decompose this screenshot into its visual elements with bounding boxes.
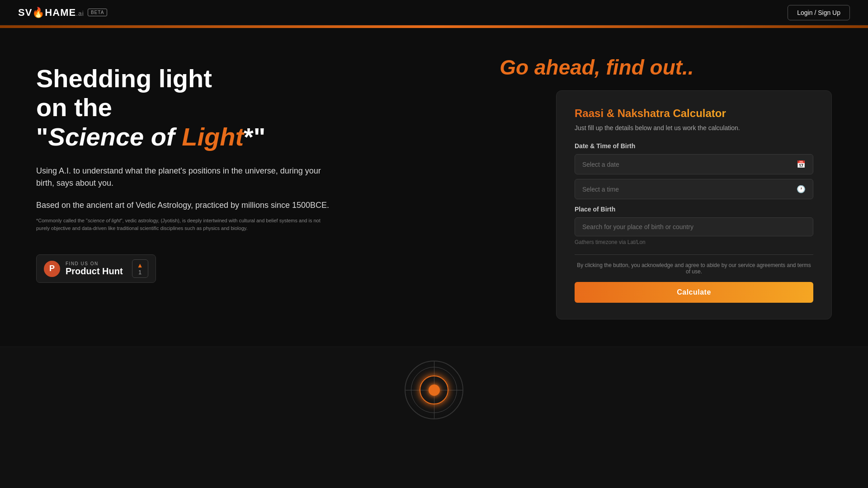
ph-name-label: Product Hunt	[66, 266, 123, 277]
header: SV🔥HAME.ai BETA Login / Sign Up	[0, 0, 868, 25]
calc-subtitle: Just fill up the details below and let u…	[575, 124, 813, 131]
description-2: Based on the ancient art of Vedic Astrol…	[36, 199, 335, 211]
place-input[interactable]	[582, 223, 806, 230]
clock-icon: 🕐	[797, 185, 806, 193]
logo-text: SV🔥HAME.ai	[18, 7, 84, 19]
right-section: Go ahead, find out.. Raasi & Nakshatra C…	[362, 28, 868, 347]
date-input[interactable]	[582, 161, 797, 168]
description-1: Using A.I. to understand what the planet…	[36, 165, 330, 189]
logo-ai: .ai	[76, 10, 84, 17]
product-hunt-icon: P	[44, 261, 60, 277]
disclaimer: *Commonly called the "science of light",…	[36, 217, 335, 232]
logo-flame: 🔥	[32, 7, 45, 18]
device-center	[429, 385, 440, 396]
ph-arrow-icon: ▲	[137, 262, 143, 269]
left-section: Shedding light on the "Science of Light*…	[0, 28, 362, 347]
ph-count: 1	[138, 269, 142, 276]
ph-text: FIND US ON Product Hunt	[66, 261, 123, 277]
ph-upvote[interactable]: ▲ 1	[132, 259, 148, 278]
circular-device	[405, 361, 463, 419]
tagline-line2: on the	[36, 93, 112, 122]
divider	[575, 254, 813, 255]
logo-sv: SV	[18, 7, 32, 18]
logo: SV🔥HAME.ai BETA	[18, 7, 107, 19]
calculator-card: Raasi & Nakshatra Calculator Just fill u…	[556, 90, 832, 319]
calculate-button[interactable]: Calculate	[575, 282, 813, 303]
place-label: Place of Birth	[575, 206, 813, 213]
tagline-heading: Shedding light on the "Science of Light*…	[36, 64, 335, 151]
date-input-wrapper[interactable]: 📅	[575, 154, 813, 174]
time-input[interactable]	[582, 186, 797, 193]
time-input-wrapper[interactable]: 🕐	[575, 179, 813, 199]
date-label: Date & Time of Birth	[575, 142, 813, 150]
login-button[interactable]: Login / Sign Up	[788, 5, 850, 20]
tagline-quote-open: "	[36, 122, 48, 151]
logo-hame: HAME	[45, 7, 76, 18]
tagline-science: Science of	[48, 122, 182, 151]
main-content: Shedding light on the "Science of Light*…	[0, 28, 868, 347]
right-heading: Go ahead, find out..	[500, 55, 693, 80]
calc-title: Raasi & Nakshatra Calculator	[575, 107, 726, 120]
beta-badge: BETA	[88, 9, 107, 16]
product-hunt-badge[interactable]: P FIND US ON Product Hunt ▲ 1	[36, 254, 156, 283]
agreement-text: By clicking the button, you acknowledge …	[575, 262, 813, 275]
timezone-note: Gathers timezone via Lat/Lon	[575, 239, 813, 245]
tagline-line1: Shedding light	[36, 64, 212, 93]
tagline-quote-close: *"	[244, 122, 265, 151]
calendar-icon: 📅	[797, 160, 806, 169]
tagline-light: Light	[182, 122, 244, 151]
place-input-wrapper[interactable]	[575, 217, 813, 236]
bottom-section	[0, 347, 868, 488]
ph-find-us-label: FIND US ON	[66, 261, 123, 266]
